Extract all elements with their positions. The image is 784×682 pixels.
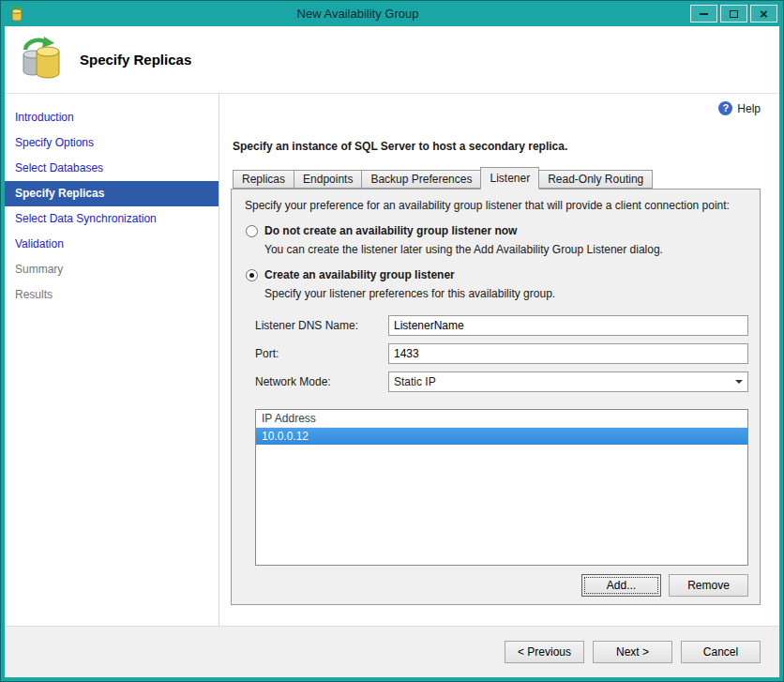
help-icon: ? <box>718 101 732 115</box>
close-button[interactable]: × <box>750 5 777 23</box>
availability-group-icon <box>18 36 63 84</box>
radio-no-listener-description: You can create the listener later using … <box>264 243 748 256</box>
footer: < Previous Next > Cancel <box>5 626 779 677</box>
app-icon <box>8 6 25 23</box>
option-no-listener: Do not create an availability group list… <box>243 224 748 256</box>
sidebar-item-specify-replicas[interactable]: Specify Replicas <box>5 181 219 206</box>
remove-button[interactable]: Remove <box>669 574 748 597</box>
main-panel: ? Help Specify an instance of SQL Server… <box>219 94 779 626</box>
window-title: New Availability Group <box>25 7 690 21</box>
port-input[interactable] <box>388 343 748 364</box>
tab-replicas[interactable]: Replicas <box>233 170 294 189</box>
dns-name-input[interactable] <box>388 315 748 336</box>
radio-unchecked-icon <box>246 225 258 237</box>
ip-address-column-header: IP Address <box>256 410 747 428</box>
chevron-down-icon <box>731 373 746 390</box>
sidebar-item-results: Results <box>5 282 219 308</box>
page-title: Specify Replicas <box>80 52 191 68</box>
close-icon: × <box>760 7 768 21</box>
help-link[interactable]: ? Help <box>718 101 761 115</box>
tab-read-only-routing[interactable]: Read-Only Routing <box>538 170 653 189</box>
sidebar-item-specify-options[interactable]: Specify Options <box>5 130 219 156</box>
ip-address-row[interactable]: 10.0.0.12 <box>256 428 747 445</box>
listener-intro-text: Specify your preference for an availabil… <box>245 199 748 212</box>
caption-buttons: × <box>690 5 777 23</box>
dns-name-row: Listener DNS Name: <box>255 315 748 336</box>
dns-name-label: Listener DNS Name: <box>255 319 388 332</box>
next-button[interactable]: Next > <box>593 641 672 663</box>
minimize-icon <box>700 13 708 15</box>
cancel-button[interactable]: Cancel <box>681 641 761 663</box>
sidebar-item-select-databases[interactable]: Select Databases <box>5 156 219 181</box>
tab-listener[interactable]: Listener <box>480 167 539 189</box>
radio-no-listener[interactable]: Do not create an availability group list… <box>246 224 748 237</box>
tab-backup-preferences[interactable]: Backup Preferences <box>361 170 481 189</box>
instruction-text: Specify an instance of SQL Server to hos… <box>233 140 761 153</box>
maximize-button[interactable] <box>720 5 747 23</box>
port-label: Port: <box>255 347 388 360</box>
sidebar-item-summary: Summary <box>5 257 219 282</box>
listener-form: Listener DNS Name: Port: Network Mode: S… <box>255 315 748 400</box>
titlebar: New Availability Group × <box>1 1 783 26</box>
listener-tab-panel: Specify your preference for an availabil… <box>231 189 761 605</box>
radio-create-listener[interactable]: Create an availability group listener <box>246 268 748 281</box>
add-button[interactable]: Add... <box>581 574 661 597</box>
port-row: Port: <box>255 343 748 364</box>
sidebar-item-introduction[interactable]: Introduction <box>5 105 219 130</box>
ip-address-list[interactable]: IP Address 10.0.0.12 <box>255 409 748 566</box>
sidebar-item-validation[interactable]: Validation <box>5 232 219 257</box>
radio-create-listener-label: Create an availability group listener <box>264 268 455 281</box>
radio-no-listener-label: Do not create an availability group list… <box>264 224 517 237</box>
minimize-button[interactable] <box>690 5 717 23</box>
wizard-header: Specify Replicas <box>5 26 779 94</box>
network-mode-value: Static IP <box>394 375 436 388</box>
network-mode-row: Network Mode: Static IP <box>255 371 748 392</box>
radio-create-listener-description: Specify your listener preferences for th… <box>264 287 748 300</box>
tab-strip: Replicas Endpoints Backup Preferences Li… <box>231 166 761 189</box>
radio-checked-icon <box>246 269 258 281</box>
wizard-body: Introduction Specify Options Select Data… <box>5 94 779 626</box>
network-mode-select[interactable]: Static IP <box>388 371 748 392</box>
sidebar: Introduction Specify Options Select Data… <box>5 94 219 626</box>
window: New Availability Group × Specify Replica… <box>0 0 784 682</box>
option-create-listener: Create an availability group listener Sp… <box>243 268 748 300</box>
network-mode-label: Network Mode: <box>255 375 388 388</box>
client-area: Specify Replicas Introduction Specify Op… <box>5 26 779 677</box>
ip-list-buttons: Add... Remove <box>243 574 748 597</box>
maximize-icon <box>730 10 738 18</box>
previous-button[interactable]: < Previous <box>505 641 584 663</box>
sidebar-item-select-data-synchronization[interactable]: Select Data Synchronization <box>5 206 219 232</box>
tab-endpoints[interactable]: Endpoints <box>294 170 362 189</box>
help-label: Help <box>737 102 761 115</box>
